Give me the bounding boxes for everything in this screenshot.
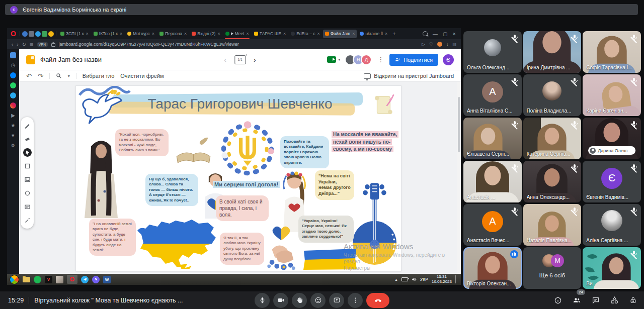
- explorer-icon[interactable]: [23, 276, 30, 283]
- sticky-note[interactable]: Ну що б, здавалося, слова... Слова та го…: [145, 174, 198, 206]
- maximize-button[interactable]: ▢: [443, 31, 447, 37]
- telegram-icon[interactable]: [10, 92, 16, 98]
- tab-close-icon[interactable]: ×: [283, 31, 286, 36]
- redo-icon[interactable]: ↷: [38, 73, 43, 79]
- laser-tool-icon[interactable]: [23, 216, 32, 225]
- telegram-taskbar-icon[interactable]: [81, 276, 89, 283]
- tab-close-icon[interactable]: ×: [352, 31, 355, 36]
- language-indicator[interactable]: УКР: [420, 277, 428, 282]
- sticky-note[interactable]: В своїй хаті своя й правда, І сила, і во…: [216, 195, 269, 221]
- chevron-down-icon[interactable]: ▾: [338, 57, 340, 62]
- undo-icon[interactable]: ↶: [26, 73, 32, 79]
- activities-button[interactable]: [610, 296, 619, 304]
- tab-close-icon[interactable]: ×: [247, 31, 249, 36]
- ukraine-map-illustration[interactable]: [132, 216, 218, 269]
- microphone-button[interactable]: [255, 293, 270, 308]
- participant-name-chip[interactable]: Дарина Олекс...: [588, 146, 635, 155]
- eraser-tool-icon[interactable]: [23, 135, 32, 143]
- browser-tab-meet[interactable]: Meet×: [223, 30, 251, 38]
- pinned-tab-icon[interactable]: [29, 31, 34, 37]
- participant-tile[interactable]: Поліна Владисла...: [523, 74, 582, 116]
- set-background-button[interactable]: Вибрати тло: [83, 73, 114, 79]
- chat-button[interactable]: [592, 296, 600, 304]
- tab-close-icon[interactable]: ×: [217, 31, 220, 36]
- tab-close-icon[interactable]: ×: [120, 31, 122, 36]
- participant-tile[interactable]: Ольга Олександ...: [463, 31, 522, 73]
- share-button[interactable]: Поділитися: [389, 54, 438, 66]
- show-desktop-button[interactable]: [455, 275, 458, 283]
- image-app-icon[interactable]: [56, 276, 63, 283]
- history-icon[interactable]: ◷: [10, 62, 16, 68]
- pinned-tab-icon[interactable]: [48, 31, 54, 37]
- opera-taskbar-icon[interactable]: O: [67, 275, 77, 284]
- participant-tile[interactable]: Дарина Олекс...: [583, 118, 641, 159]
- tab-tiling-icon[interactable]: ▦: [30, 42, 34, 47]
- player-icon[interactable]: ▶: [10, 113, 16, 119]
- scroll-quill-illustration[interactable]: [372, 92, 398, 118]
- self-view-tile[interactable]: Ви: [583, 247, 641, 289]
- participant-tile[interactable]: Анна Олександр...: [523, 161, 582, 202]
- sticky-note-tool-icon[interactable]: [23, 162, 32, 170]
- browser-tab[interactable]: EdEra – с×: [289, 30, 322, 38]
- more-participants-tile[interactable]: М Ще 6 осіб: [523, 247, 582, 289]
- raise-hand-button[interactable]: [292, 293, 307, 308]
- present-to-meeting-icon[interactable]: [327, 56, 336, 63]
- clear-frame-button[interactable]: Очистити фрейм: [120, 73, 164, 79]
- vpn-badge[interactable]: VPN: [37, 42, 48, 47]
- present-button[interactable]: [329, 293, 344, 308]
- browser-tab[interactable]: Персона×: [157, 30, 189, 38]
- pinned-tab-icon[interactable]: [42, 31, 47, 37]
- meeting-details-button[interactable]: [554, 296, 562, 304]
- instagram-icon[interactable]: [10, 102, 16, 109]
- browser-tab[interactable]: ЗСПІ (1 к×: [58, 30, 91, 38]
- board-title[interactable]: Тарас Григорович Шевченко: [109, 96, 371, 112]
- forward-icon[interactable]: ›: [17, 42, 18, 47]
- sticky-note[interactable]: "Україно, Україно! Серце моє, ненько! Як…: [298, 216, 354, 243]
- tab-close-icon[interactable]: ×: [184, 31, 187, 36]
- url-text[interactable]: jamboard.google.com/d/1yq5O9P7mZI7yAR8Q6…: [59, 42, 418, 47]
- pen-tool-icon[interactable]: [23, 121, 32, 130]
- tab-close-icon[interactable]: ×: [86, 31, 89, 36]
- shape-tool-icon[interactable]: [23, 189, 32, 197]
- browser-tab[interactable]: ТАРАС ШЕ×: [252, 30, 288, 38]
- bookmarks-icon[interactable]: ★: [10, 123, 16, 129]
- highlighted-quote[interactable]: Ми серцем голі догола!: [213, 181, 293, 189]
- participant-tile[interactable]: А Анастасія Вячес...: [463, 204, 522, 246]
- pinned-tab-icon[interactable]: [22, 31, 28, 37]
- new-tab-button[interactable]: +: [390, 30, 397, 38]
- tray-expand-icon[interactable]: ▲: [394, 278, 398, 281]
- open-on-device-button[interactable]: Відкрити на пристрої Jamboard: [364, 73, 454, 79]
- whatsapp-icon[interactable]: [10, 82, 16, 88]
- participant-tile[interactable]: Софія Тарасівна І...: [583, 31, 641, 73]
- prev-frame-icon[interactable]: ‹: [224, 56, 226, 63]
- browser-tab[interactable]: ukraine fl×: [358, 30, 389, 38]
- camera-button[interactable]: [273, 293, 288, 308]
- close-button[interactable]: ×: [453, 31, 456, 37]
- v-app-icon[interactable]: V: [45, 276, 52, 283]
- book-illustration[interactable]: [173, 135, 214, 167]
- more-options-icon[interactable]: ⋮: [376, 56, 385, 63]
- workspace-icon[interactable]: [10, 52, 16, 58]
- tab-close-icon[interactable]: ×: [317, 31, 320, 36]
- host-controls-button[interactable]: [629, 296, 637, 304]
- profile-avatar-icon[interactable]: [437, 42, 442, 47]
- bookmark-icon[interactable]: ▷: [422, 42, 425, 47]
- participant-tile[interactable]: Ірина Дмитрівна ...: [523, 31, 582, 73]
- file-title[interactable]: Файл Jam без назви: [40, 56, 102, 63]
- participant-tile[interactable]: Є Євгенія Вадимів...: [583, 161, 641, 202]
- browser-tab[interactable]: ІКТсо (1 к×: [92, 30, 124, 38]
- spotify-icon[interactable]: [34, 276, 41, 283]
- panel-icon[interactable]: ▤: [452, 42, 456, 47]
- participant-tile[interactable]: А Анна Віталіївна С...: [463, 74, 522, 116]
- sticky-note[interactable]: Я так її, я так люблю мою Україну убогу,…: [220, 233, 264, 265]
- download-icon[interactable]: ↓: [446, 42, 449, 47]
- favorite-icon[interactable]: ♡: [429, 42, 433, 47]
- browser-tab[interactable]: Мої курс×: [125, 30, 156, 38]
- participant-tile-speaking[interactable]: Вікторія Олексан...: [463, 247, 522, 289]
- leave-call-button[interactable]: [366, 293, 389, 308]
- jamboard-canvas[interactable]: Тарас Григорович Шевченко: [19, 82, 461, 274]
- back-icon[interactable]: ‹: [12, 42, 13, 47]
- zoom-icon[interactable]: [56, 73, 62, 79]
- text-box-tool-icon[interactable]: [23, 202, 32, 211]
- select-tool-icon[interactable]: [23, 148, 32, 157]
